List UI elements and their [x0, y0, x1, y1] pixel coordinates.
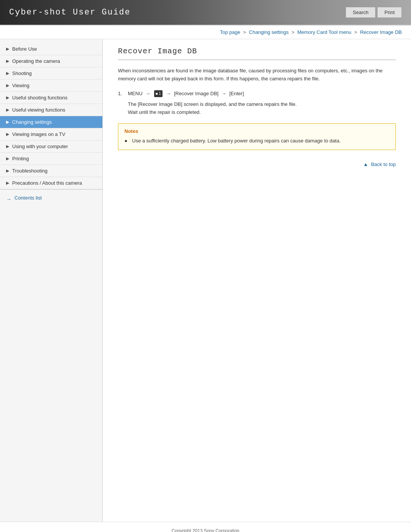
- sidebar-item-useful-viewing[interactable]: ▶ Useful viewing functions: [0, 104, 102, 116]
- chevron-icon: ▶: [6, 107, 9, 112]
- breadcrumb-changing[interactable]: Changing settings: [249, 29, 288, 35]
- sidebar-item-label: Viewing: [12, 83, 29, 88]
- breadcrumb: Top page > Changing settings > Memory Ca…: [0, 26, 411, 39]
- breadcrumb-recover[interactable]: Recover Image DB: [360, 29, 402, 35]
- breadcrumb-top[interactable]: Top page: [220, 29, 241, 35]
- notes-box: Notes ● Use a sufficiently charged batte…: [118, 123, 396, 150]
- enter-text: [Enter]: [229, 91, 244, 96]
- sidebar-item-label: Useful shooting functions: [12, 95, 67, 101]
- sidebar: ▶ Before Use ▶ Operating the camera ▶ Sh…: [0, 39, 103, 522]
- chevron-icon: ▶: [6, 83, 9, 88]
- chevron-icon: ▶: [6, 168, 9, 173]
- menu-text: MENU: [128, 91, 142, 96]
- header: Cyber-shot User Guide Search Print: [0, 0, 411, 26]
- sidebar-item-label: Useful viewing functions: [12, 107, 65, 113]
- chevron-icon: ▶: [6, 95, 9, 100]
- sidebar-item-shooting[interactable]: ▶ Shooting: [0, 67, 102, 80]
- copyright-text: Copyright 2013 Sony Corporation: [172, 528, 239, 532]
- chevron-icon: ▶: [6, 46, 9, 51]
- sidebar-item-label: Precautions / About this camera: [12, 180, 82, 186]
- chevron-icon: ▶: [6, 71, 9, 76]
- menu-icon: ■ 1: [154, 90, 162, 97]
- arrow-icon-3: →: [221, 91, 228, 96]
- footer: Copyright 2013 Sony Corporation: [0, 522, 411, 532]
- chevron-icon: ▶: [6, 181, 9, 185]
- breadcrumb-sep-1: >: [243, 29, 247, 35]
- arrow-icon-1: →: [145, 91, 152, 96]
- breadcrumb-sep-2: >: [292, 29, 296, 35]
- contents-link-label: Contents list: [14, 195, 42, 201]
- sidebar-item-operating[interactable]: ▶ Operating the camera: [0, 55, 102, 67]
- back-to-top: ▲ Back to top: [118, 158, 396, 167]
- breadcrumb-sep-3: >: [354, 29, 358, 35]
- arrow-icon-2: →: [166, 91, 173, 96]
- sidebar-item-label: Before Use: [12, 46, 37, 52]
- sidebar-item-label: Troubleshooting: [12, 168, 48, 174]
- back-to-top-label: Back to top: [371, 161, 396, 167]
- page-title: Recover Image DB: [118, 47, 396, 60]
- content-area: Recover Image DB When inconsistencies ar…: [103, 39, 411, 522]
- sidebar-item-label: Shooting: [12, 70, 32, 76]
- chevron-icon: ▶: [6, 132, 9, 137]
- sidebar-item-useful-shooting[interactable]: ▶ Useful shooting functions: [0, 92, 102, 104]
- sidebar-item-label: Printing: [12, 156, 29, 161]
- sidebar-item-viewing-tv[interactable]: ▶ Viewing images on a TV: [0, 128, 102, 141]
- page-description: When inconsistencies are found in the im…: [118, 67, 396, 83]
- contents-list-link[interactable]: Contents list: [6, 195, 96, 201]
- notes-text: Use a sufficiently charged battery. Low …: [132, 137, 341, 145]
- print-button[interactable]: Print: [377, 7, 402, 18]
- notes-item-1: ● Use a sufficiently charged battery. Lo…: [124, 137, 389, 145]
- sidebar-item-label: Viewing images on a TV: [12, 131, 65, 137]
- step-detail-2: Wait until the repair is completed.: [128, 109, 396, 117]
- chevron-icon: ▶: [6, 120, 9, 125]
- notes-title: Notes: [124, 128, 389, 134]
- up-arrow-icon: ▲: [363, 161, 368, 167]
- sidebar-item-label: Using with your computer: [12, 144, 68, 149]
- sidebar-item-printing[interactable]: ▶ Printing: [0, 153, 102, 165]
- chevron-icon: ▶: [6, 59, 9, 64]
- sidebar-item-troubleshooting[interactable]: ▶ Troubleshooting: [0, 165, 102, 177]
- search-button[interactable]: Search: [346, 7, 376, 18]
- sidebar-item-precautions[interactable]: ▶ Precautions / About this camera: [0, 177, 102, 189]
- step-1: 1. MENU → ■ 1 → [Recover Image DB] → [En…: [118, 90, 396, 98]
- chevron-icon: ▶: [6, 156, 9, 161]
- main-layout: ▶ Before Use ▶ Operating the camera ▶ Sh…: [0, 39, 411, 522]
- step-content: MENU → ■ 1 → [Recover Image DB] → [Enter…: [128, 90, 244, 98]
- step-detail-1: The [Recover Image DB] screen is display…: [128, 101, 396, 109]
- chevron-icon: ▶: [6, 144, 9, 149]
- header-buttons: Search Print: [346, 7, 402, 18]
- sidebar-contents: Contents list: [0, 189, 102, 204]
- app-title: Cyber-shot User Guide: [9, 8, 131, 17]
- sidebar-item-computer[interactable]: ▶ Using with your computer: [0, 141, 102, 153]
- arrow-right-icon: [6, 196, 12, 200]
- sidebar-item-before-use[interactable]: ▶ Before Use: [0, 43, 102, 55]
- sidebar-item-label: Changing settings: [12, 119, 52, 125]
- sidebar-item-label: Operating the camera: [12, 58, 60, 64]
- back-to-top-link[interactable]: ▲ Back to top: [363, 161, 396, 167]
- sidebar-item-changing-settings[interactable]: ▶ Changing settings: [0, 116, 102, 128]
- sidebar-item-viewing[interactable]: ▶ Viewing: [0, 80, 102, 92]
- bullet-icon: ●: [124, 137, 130, 145]
- steps-list: 1. MENU → ■ 1 → [Recover Image DB] → [En…: [118, 90, 396, 117]
- breadcrumb-memory[interactable]: Memory Card Tool menu: [297, 29, 351, 35]
- recover-text: [Recover Image DB]: [174, 91, 218, 96]
- step-number: 1.: [118, 90, 126, 98]
